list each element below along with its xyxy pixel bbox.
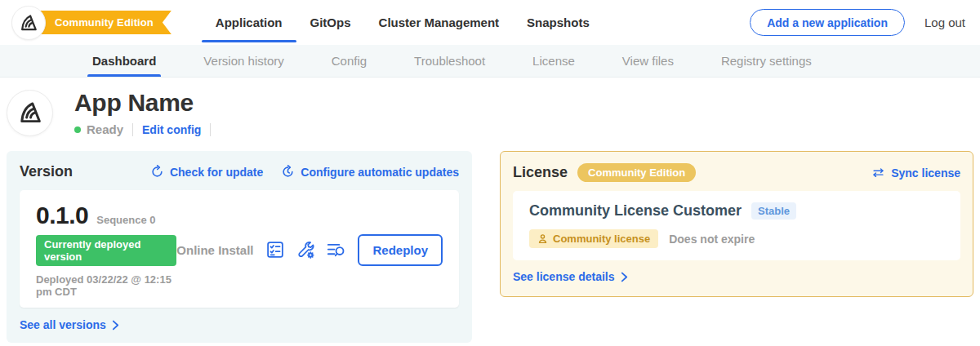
link-label: Check for update [170, 166, 263, 179]
subnav-item-config[interactable]: Config [332, 45, 367, 77]
subnav-item-view-files[interactable]: View files [622, 45, 674, 77]
sequence-label: Sequence 0 [96, 214, 155, 226]
license-type-row: Community license Does not expire [529, 229, 944, 248]
subnav-item-troubleshoot[interactable]: Troubleshoot [414, 45, 485, 77]
status-label: Ready [87, 122, 123, 136]
subnav-label: Config [332, 54, 367, 68]
subnav-label: Registry settings [721, 54, 812, 68]
version-card-title: Version [20, 163, 73, 180]
subnav-item-dashboard[interactable]: Dashboard [92, 45, 156, 77]
tab-label: Application [216, 16, 283, 29]
brand: Community Edition [11, 6, 172, 40]
see-all-versions-link[interactable]: See all versions [20, 318, 119, 331]
check-for-update-link[interactable]: Check for update [150, 165, 263, 179]
status-badge: Ready [74, 122, 123, 136]
license-title-group: License Community Edition [513, 163, 696, 182]
checklist-icon[interactable] [265, 240, 285, 260]
app-header: App Name Ready Edit config [0, 78, 980, 141]
version-action-icons [265, 240, 345, 260]
see-license-details-link[interactable]: See license details [513, 270, 628, 283]
license-card-title: License [513, 164, 568, 181]
link-label: Sync license [891, 166, 960, 180]
link-label: Configure automatic updates [301, 166, 459, 179]
refresh-arrow-icon [150, 165, 164, 179]
deployed-timestamp: Deployed 03/22/22 @ 12:15 pm CDT [36, 273, 176, 298]
channel-badge: Stable [751, 202, 796, 220]
tab-application[interactable]: Application [216, 0, 283, 45]
logout-link[interactable]: Log out [924, 16, 965, 29]
edit-config-link[interactable]: Edit config [142, 123, 201, 136]
app-status-row: Ready Edit config [74, 122, 211, 136]
subnav-item-registry-settings[interactable]: Registry settings [721, 45, 812, 77]
refresh-clock-icon [281, 165, 295, 179]
wrench-gear-icon[interactable] [296, 240, 315, 260]
badge-label: Community license [553, 233, 650, 245]
license-card: License Community Edition Sync license C… [500, 151, 973, 297]
tab-cluster-management[interactable]: Cluster Management [379, 0, 500, 45]
tab-gitops[interactable]: GitOps [310, 0, 351, 45]
divider [210, 123, 211, 136]
file-search-icon[interactable] [326, 240, 345, 260]
customer-name: Community License Customer [529, 202, 742, 220]
community-edition-ribbon: Community Edition [29, 11, 172, 34]
version-actions: Online Install [176, 234, 443, 266]
subnav-item-version-history[interactable]: Version history [203, 45, 283, 77]
app-title-block: App Name Ready Edit config [74, 89, 211, 136]
currently-deployed-badge: Currently deployed version [36, 235, 176, 266]
dashboard-cards: Version Check for update Configure au [0, 141, 980, 343]
license-details-panel: Community License Customer Stable Commun… [513, 191, 960, 260]
tab-label: GitOps [310, 16, 351, 29]
customer-row: Community License Customer Stable [529, 202, 944, 220]
primary-tabs: Application GitOps Cluster Management Sn… [216, 0, 590, 45]
top-navigation: Community Edition Application GitOps Clu… [0, 0, 980, 45]
install-type-label: Online Install [176, 243, 253, 257]
license-type-badge: Community license [529, 229, 658, 248]
replicated-logo-icon [11, 6, 46, 40]
chevron-right-icon [621, 272, 628, 282]
redeploy-button[interactable]: Redeploy [358, 234, 443, 266]
subnav-label: Dashboard [92, 54, 156, 68]
topnav-actions: Add a new application Log out [750, 9, 965, 36]
subnav-item-license[interactable]: License [532, 45, 575, 77]
divider [132, 123, 133, 136]
link-label: See license details [513, 270, 615, 283]
version-info: 0.1.0 Sequence 0 Currently deployed vers… [36, 202, 176, 298]
version-number: 0.1.0 [36, 202, 88, 229]
subnav-label: Version history [203, 54, 283, 68]
version-number-row: 0.1.0 Sequence 0 [36, 202, 176, 229]
add-new-application-button[interactable]: Add a new application [750, 9, 905, 36]
green-status-dot-icon [74, 126, 81, 133]
tab-label: Snapshots [527, 16, 590, 29]
tab-snapshots[interactable]: Snapshots [527, 0, 590, 45]
current-version-panel: 0.1.0 Sequence 0 Currently deployed vers… [20, 190, 459, 308]
chevron-right-icon [112, 320, 119, 330]
app-logo-icon [7, 90, 53, 136]
version-card: Version Check for update Configure au [7, 151, 472, 343]
tab-label: Cluster Management [379, 16, 500, 29]
person-icon [537, 233, 548, 244]
link-label: See all versions [20, 318, 106, 331]
page-title: App Name [74, 89, 211, 116]
version-card-header: Version Check for update Configure au [20, 163, 459, 180]
expiry-text: Does not expire [669, 233, 755, 246]
swap-arrows-icon [871, 166, 885, 180]
sync-license-link[interactable]: Sync license [871, 166, 960, 180]
subnav-label: Troubleshoot [414, 54, 485, 68]
ribbon-label: Community Edition [55, 16, 154, 29]
community-edition-badge: Community Edition [577, 163, 696, 182]
license-card-header: License Community Edition Sync license [513, 163, 960, 182]
subnav-label: License [532, 54, 575, 68]
version-card-actions: Check for update Configure automatic upd… [150, 165, 459, 179]
subnav-label: View files [622, 54, 674, 68]
app-sub-navigation: Dashboard Version history Config Trouble… [0, 45, 980, 78]
configure-automatic-updates-link[interactable]: Configure automatic updates [281, 165, 459, 179]
